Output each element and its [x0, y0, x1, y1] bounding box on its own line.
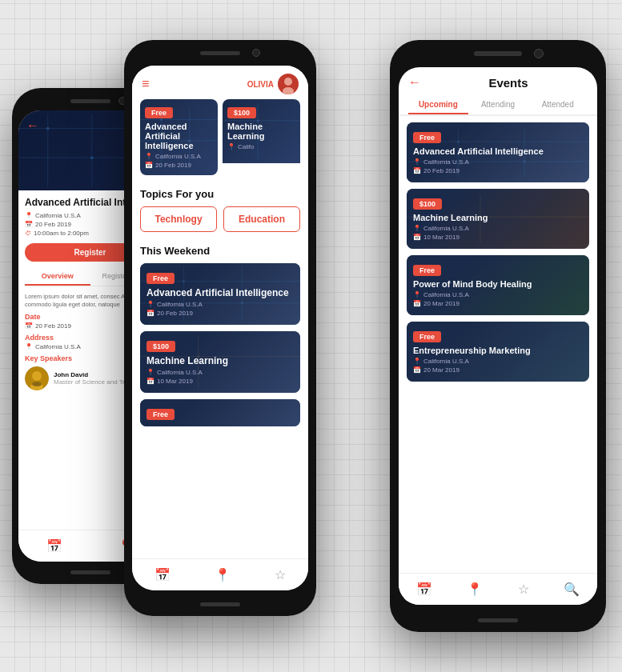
weekend-events: Free Advanced Artificial Intelligence 📍 … — [132, 263, 308, 590]
event-item-1[interactable]: Free Advanced Artificial Intelligence 📍 … — [407, 122, 589, 182]
ev4-badge: Free — [413, 331, 441, 342]
ev2-title: Machine Learning — [413, 213, 583, 222]
nav-calendar-right[interactable]: 📅 — [416, 582, 432, 597]
tab-overview[interactable]: Overview — [25, 268, 90, 286]
weekend-event-2[interactable]: $100 Machine Learning 📍 California U.S.A… — [140, 331, 300, 393]
weekend-section-title: This Weekend — [132, 240, 308, 263]
ev3-location: 📍 California U.S.A — [413, 291, 583, 298]
ev2-badge: $100 — [413, 198, 442, 210]
we1-title: Advanced Artificial Intelligence — [146, 287, 294, 298]
ev4-date: 📅 20 Mar 2019 — [413, 366, 583, 374]
ev3-cal-icon: 📅 — [413, 300, 421, 307]
topic-technology[interactable]: Technlogy — [140, 206, 217, 232]
nav-location-right[interactable]: 📍 — [467, 582, 483, 597]
nav-location-mid[interactable]: 📍 — [215, 567, 231, 582]
event-item-4[interactable]: Free Entrepreneurship Marketing 📍 Califo… — [407, 322, 589, 382]
nav-star-mid[interactable]: ☆ — [275, 567, 286, 582]
ev3-loc-icon: 📍 — [413, 291, 421, 298]
featured-card-1[interactable]: Free Advanced Artificial Intelligence 📍 … — [140, 99, 218, 175]
tab-upcoming[interactable]: Upcoming — [408, 96, 468, 114]
menu-icon[interactable]: ≡ — [142, 77, 149, 91]
nav-calendar-left[interactable]: 📅 — [46, 538, 62, 554]
ev4-loc-icon: 📍 — [413, 358, 421, 365]
phone-speaker-left — [70, 99, 110, 103]
ev3-date: 📅 20 Mar 2019 — [413, 300, 583, 307]
phone-mid-screen: ≡ OLIVIA — [132, 66, 308, 590]
phone-camera-right — [534, 49, 544, 58]
user-area: OLIVIA — [247, 74, 299, 94]
phone-mid: ≡ OLIVIA — [124, 40, 316, 616]
location-icon: 📍 — [25, 212, 33, 219]
svg-point-5 — [46, 127, 50, 130]
ev1-title: Advanced Artificial Intelligence — [413, 146, 583, 156]
svg-point-13 — [284, 78, 292, 86]
tab-attending[interactable]: Attending — [468, 96, 528, 114]
ev1-location: 📍 California U.S.A — [413, 158, 583, 166]
phone-home-right — [478, 618, 518, 622]
svg-point-11 — [32, 382, 42, 386]
nav-star-right[interactable]: ☆ — [518, 582, 529, 597]
we1-date: 📅 20 Feb 2019 — [146, 310, 294, 317]
svg-point-23 — [257, 119, 259, 122]
we2-location: 📍 California U.S.A — [146, 369, 294, 376]
bottom-nav-mid: 📅 📍 ☆ — [132, 558, 308, 590]
we1-loc-icon: 📍 — [146, 301, 154, 308]
phone-home-mid — [200, 602, 240, 606]
calendar-icon: 📅 — [25, 221, 33, 228]
topics-section-title: Topics For you — [132, 183, 308, 206]
event-item-3[interactable]: Free Power of Mind Body Healing 📍 Califo… — [407, 255, 589, 315]
svg-point-9 — [32, 371, 42, 381]
ev2-cal-icon: 📅 — [413, 234, 421, 241]
phone-right-screen: ← Events Upcoming Attending Attended Fre… — [399, 67, 597, 605]
map-icon: 📍 — [25, 343, 33, 350]
we2-cal-icon: 📅 — [146, 378, 154, 385]
featured-card-2[interactable]: $100 Machine Learning 📍 Califo — [223, 99, 300, 175]
cal-icon-2: 📅 — [25, 322, 33, 330]
event-item-2[interactable]: $100 Machine Learning 📍 California U.S.A… — [407, 189, 589, 249]
nav-calendar-mid[interactable]: 📅 — [154, 567, 171, 582]
phone-home-left — [70, 570, 110, 574]
weekend-event-1[interactable]: Free Advanced Artificial Intelligence 📍 … — [140, 263, 300, 325]
we2-title: Machine Learning — [146, 355, 294, 366]
we2-badge: $100 — [146, 341, 175, 352]
mid-header: ≡ OLIVIA — [132, 66, 308, 99]
topic-education[interactable]: Education — [223, 206, 300, 232]
ev3-title: Power of Mind Body Healing — [413, 279, 583, 289]
ev4-cal-icon: 📅 — [413, 366, 421, 374]
weekend-event-3[interactable]: Free — [140, 399, 300, 426]
tab-attended[interactable]: Attended — [528, 96, 588, 114]
we3-badge: Free — [146, 409, 175, 420]
ev2-loc-icon: 📍 — [413, 225, 421, 232]
ev1-loc-icon: 📍 — [413, 158, 421, 166]
topics-row: Technlogy Education — [132, 206, 308, 240]
ev2-location: 📍 California U.S.A — [413, 225, 583, 232]
events-header: ← Events — [399, 67, 597, 96]
phone-speaker-right — [474, 51, 522, 56]
svg-point-6 — [90, 156, 94, 159]
back-button-right[interactable]: ← — [408, 75, 421, 90]
back-button-left[interactable]: ← — [26, 118, 39, 133]
phone-speaker-mid — [200, 51, 240, 55]
we1-cal-icon: 📅 — [146, 310, 154, 317]
ev1-date: 📅 20 Feb 2019 — [413, 167, 583, 174]
ev3-badge: Free — [413, 265, 441, 276]
events-title: Events — [429, 76, 588, 90]
phone-camera-mid — [252, 49, 260, 57]
speaker-avatar — [25, 366, 49, 390]
user-avatar[interactable] — [278, 74, 299, 94]
featured-events-row: Free Advanced Artificial Intelligence 📍 … — [132, 99, 308, 175]
we1-badge: Free — [146, 273, 175, 284]
nav-search-right[interactable]: 🔍 — [564, 582, 580, 597]
username-label: OLIVIA — [247, 80, 274, 89]
ev4-location: 📍 California U.S.A — [413, 358, 583, 365]
ev1-badge: Free — [413, 132, 441, 143]
we2-date: 📅 10 Mar 2019 — [146, 378, 294, 385]
bottom-nav-right: 📅 📍 ☆ 🔍 — [399, 573, 597, 605]
events-tabs: Upcoming Attending Attended — [399, 96, 597, 116]
clock-icon: ⏱ — [25, 230, 31, 237]
ev4-title: Entrepreneurship Marketing — [413, 346, 583, 355]
svg-point-19 — [160, 118, 163, 121]
ev1-cal-icon: 📅 — [413, 167, 421, 174]
phone-right: ← Events Upcoming Attending Attended Fre… — [390, 40, 606, 632]
we1-location: 📍 California U.S.A — [146, 301, 294, 308]
